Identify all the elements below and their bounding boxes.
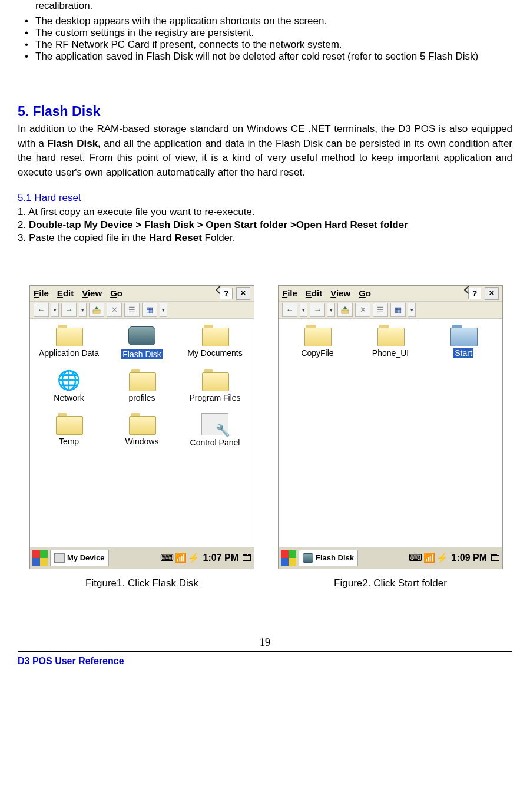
bullet-dot: • — [25, 15, 35, 27]
view-button[interactable]: ▦ — [142, 303, 157, 317]
location-label: My Device — [67, 553, 105, 562]
back-button[interactable]: ← — [282, 303, 297, 317]
icon-grid: Application Data Flash Disk My Documents… — [34, 325, 250, 447]
icon-grid: CopyFile Phone_UI Start — [282, 325, 499, 358]
tray-sip-icon[interactable]: ⌨ — [409, 552, 422, 563]
help-icon[interactable]: ? — [468, 288, 481, 299]
step2-pre: 2. — [18, 219, 29, 230]
folder-icon — [129, 413, 155, 434]
close-icon[interactable]: × — [236, 287, 250, 300]
disk-flash-disk[interactable]: Flash Disk — [110, 325, 174, 359]
forward-dropdown[interactable]: ▾ — [327, 303, 335, 317]
folder-start[interactable]: Start — [431, 325, 496, 358]
control-panel-icon — [201, 413, 228, 435]
menu-view[interactable]: View — [82, 288, 102, 298]
bullet-text: The application saved in Flash Disk will… — [35, 51, 512, 62]
start-button[interactable] — [32, 550, 48, 566]
steps-block: 1. At first copy an execute file you wan… — [18, 206, 512, 244]
body-bold: Flash Disk, — [47, 138, 100, 149]
figure2-caption: Figure2. Click Start folder — [278, 577, 503, 589]
start-button[interactable] — [281, 550, 296, 566]
step3-bold: Hard Reset — [149, 232, 202, 243]
network-icon: 🌐 — [56, 369, 82, 391]
delete-button[interactable]: ✕ — [107, 303, 122, 317]
properties-button[interactable]: ☰ — [124, 303, 140, 317]
tray-icons: ⌨ 📶 ⚡ 1:09 PM 🗔 — [409, 552, 500, 563]
folder-my-documents[interactable]: My Documents — [183, 325, 247, 359]
up-button[interactable] — [337, 303, 353, 317]
view-dropdown[interactable]: ▾ — [408, 303, 416, 317]
view-button[interactable]: ▦ — [390, 303, 406, 317]
folder-application-data[interactable]: Application Data — [37, 325, 101, 359]
item-label: profiles — [128, 393, 155, 402]
menubar: File Edit View Go ? × — [30, 286, 254, 302]
page-number: 19 — [18, 636, 512, 649]
control-panel[interactable]: Control Panel — [183, 413, 247, 447]
folder-temp[interactable]: Temp — [37, 413, 101, 447]
svg-rect-0 — [93, 310, 100, 313]
forward-dropdown[interactable]: ▾ — [79, 303, 87, 317]
forward-button[interactable]: → — [61, 303, 77, 317]
tray-desktop-icon[interactable]: 🗔 — [491, 553, 500, 563]
section-body: In addition to the RAM-based storage sta… — [18, 122, 512, 180]
sub-heading: 5.1 Hard reset — [18, 192, 512, 204]
up-button[interactable] — [89, 303, 104, 317]
taskbar: Flash Disk ⌨ 📶 ⚡ 1:09 PM 🗔 — [279, 547, 502, 569]
clock[interactable]: 1:07 PM — [203, 553, 238, 563]
item-label: Control Panel — [190, 438, 240, 447]
step2-bold: Double-tap My Device > Flash Disk > Open… — [29, 219, 408, 230]
taskbar: My Device ⌨ 📶 ⚡ 1:07 PM 🗔 — [30, 547, 254, 569]
folder-copyfile[interactable]: CopyFile — [285, 325, 350, 358]
menu-edit[interactable]: Edit — [57, 288, 74, 298]
tray-desktop-icon[interactable]: 🗔 — [242, 553, 251, 563]
back-dropdown[interactable]: ▾ — [300, 303, 307, 317]
tray-power-icon[interactable]: ⚡ — [188, 552, 200, 563]
forward-button[interactable]: → — [310, 303, 325, 317]
step3-post: Folder. — [202, 232, 236, 243]
properties-button[interactable]: ☰ — [373, 303, 388, 317]
back-dropdown[interactable]: ▾ — [51, 303, 59, 317]
menu-edit[interactable]: Edit — [306, 288, 322, 298]
folder-network[interactable]: 🌐Network — [37, 369, 101, 402]
folder-icon — [304, 325, 330, 346]
folder-windows[interactable]: Windows — [110, 413, 174, 447]
close-icon[interactable]: × — [485, 287, 499, 300]
tray-network-icon[interactable]: 📶 — [175, 552, 187, 563]
tray-power-icon[interactable]: ⚡ — [436, 552, 448, 563]
disk-icon — [128, 326, 155, 345]
step1: 1. At first copy an execute file you wan… — [18, 206, 255, 217]
item-label: Network — [54, 393, 84, 402]
bullet-dot: • — [25, 39, 35, 51]
view-dropdown[interactable]: ▾ — [160, 303, 167, 317]
partial-text-top: recalibration. — [35, 0, 512, 12]
menu-file[interactable]: File — [282, 288, 297, 298]
menu-go[interactable]: Go — [110, 288, 122, 298]
menu-go[interactable]: Go — [359, 288, 371, 298]
item-label: Flash Disk — [121, 349, 162, 359]
folder-phone-ui[interactable]: Phone_UI — [358, 325, 423, 358]
location-button[interactable]: Flash Disk — [299, 550, 358, 566]
menubar: File Edit View Go ? × — [279, 286, 502, 302]
folder-icon — [377, 325, 403, 346]
menu-view[interactable]: View — [330, 288, 350, 298]
tray-sip-icon[interactable]: ⌨ — [160, 552, 174, 563]
location-button[interactable]: My Device — [50, 550, 109, 566]
toolbar: ←▾ →▾ ✕ ☰ ▦▾ — [279, 302, 502, 319]
location-label: Flash Disk — [316, 553, 354, 562]
help-icon[interactable]: ? — [220, 288, 233, 299]
tray-network-icon[interactable]: 📶 — [423, 552, 435, 563]
folder-icon — [129, 369, 155, 391]
back-button[interactable]: ← — [34, 303, 49, 317]
item-label: CopyFile — [301, 348, 333, 358]
folder-icon — [202, 325, 228, 346]
folder-program-files[interactable]: Program Files — [183, 369, 247, 402]
item-label: Windows — [125, 437, 159, 446]
folder-profiles[interactable]: profiles — [110, 369, 174, 402]
menu-file[interactable]: File — [34, 288, 49, 298]
bullet-text: The RF Network PC Card if present, conne… — [35, 39, 512, 51]
section-heading: 5. Flash Disk — [18, 104, 512, 120]
item-label: Program Files — [189, 393, 240, 402]
clock[interactable]: 1:09 PM — [452, 553, 487, 563]
delete-button[interactable]: ✕ — [355, 303, 370, 317]
folder-icon — [450, 325, 476, 346]
